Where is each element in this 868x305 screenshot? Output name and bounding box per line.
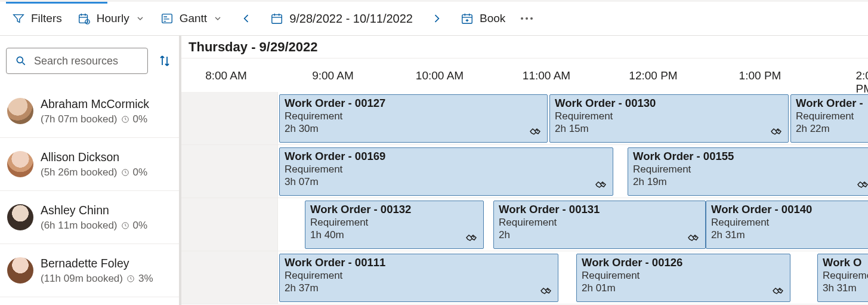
booking-duration: 2h 19m [633, 176, 868, 188]
resource-sub: (7h 07m booked) 0% [41, 113, 149, 125]
booking-requirement: Requirement [796, 110, 868, 122]
booking[interactable]: Work O Requirement 3h 31m [817, 254, 868, 302]
booking-title: Work Order - 00132 [310, 203, 478, 216]
day-header: Thursday - 9/29/2022 [181, 36, 868, 58]
resource-name: Allison Dickson [41, 150, 147, 164]
booking-requirement: Requirement [582, 270, 785, 282]
hourly-label: Hourly [97, 12, 129, 25]
filter-icon [12, 12, 25, 25]
resource-row[interactable]: Ashley Chinn (6h 11m booked) 0% [0, 191, 179, 244]
resource-sub: (5h 26m booked) 0% [41, 167, 147, 178]
filters-label: Filters [31, 12, 62, 25]
booking-duration: 2h [499, 229, 700, 241]
schedule-board[interactable]: Thursday - 9/29/2022 8:00 AM9:00 AM10:00… [181, 36, 868, 305]
booking[interactable]: Work Order - 00111 Requirement 2h 37m [279, 254, 558, 302]
time-label: 10:00 AM [416, 69, 464, 82]
booking-title: Work Order - 00130 [555, 97, 783, 110]
avatar [7, 257, 33, 284]
calendar-clock-icon [78, 12, 91, 25]
sidebar: Search resources Abraham McCormick (7h 0… [0, 36, 181, 305]
filters-button[interactable]: Filters [12, 12, 62, 25]
booking-requirement: Requirement [310, 217, 478, 229]
calendar-plus-icon [461, 12, 474, 25]
calendar-icon [270, 12, 283, 25]
lane[interactable]: Work Order - 00111 Requirement 2h 37m Wo… [181, 251, 868, 304]
lane[interactable]: Work Order - 00132 Requirement 1h 40m Wo… [181, 198, 868, 251]
time-header: 8:00 AM9:00 AM10:00 AM11:00 AM12:00 PM1:… [181, 58, 868, 92]
booking[interactable]: Work Order - 00127 Requirement 2h 30m [279, 94, 548, 143]
avatar [7, 204, 33, 230]
book-label: Book [480, 12, 505, 25]
handshake-icon [687, 230, 702, 245]
booking[interactable]: Work Order - 00169 Requirement 3h 07m [279, 147, 613, 196]
date-range-button[interactable]: 9/28/2022 - 10/11/2022 [270, 12, 413, 26]
booking-duration: 2h 22m [796, 123, 868, 135]
booking-title: Work Order - 00169 [285, 150, 608, 163]
booking-title: Work Order - 00126 [582, 256, 785, 269]
booking[interactable]: Work Order - 00155 Requirement 2h 19m [628, 147, 868, 196]
svg-point-5 [17, 57, 23, 63]
booking-requirement: Requirement [633, 164, 868, 175]
time-label: 11:00 AM [523, 69, 570, 82]
booking-requirement: Requirement [285, 164, 608, 175]
booking-duration: 3h 07m [285, 176, 608, 188]
resource-list: Abraham McCormick (7h 07m booked) 0% All… [0, 85, 179, 297]
resource-name: Bernadette Foley [41, 257, 153, 270]
resource-row[interactable]: Bernadette Foley (11h 09m booked) 3% [0, 244, 179, 297]
svg-rect-0 [79, 15, 87, 23]
date-range-label: 9/28/2022 - 10/11/2022 [289, 12, 413, 26]
time-label: 8:00 AM [205, 69, 247, 82]
svg-rect-2 [162, 14, 172, 23]
time-label: 1:00 PM [739, 69, 781, 82]
sort-button[interactable] [156, 53, 173, 69]
booking-title: Work O [823, 256, 868, 269]
handshake-icon [465, 230, 480, 245]
booking-requirement: Requirement [285, 270, 553, 282]
search-row: Search resources [0, 36, 179, 85]
next-range-button[interactable] [428, 10, 445, 27]
resource-name: Ashley Chinn [41, 204, 147, 217]
resource-row[interactable]: Allison Dickson (5h 26m booked) 0% [0, 138, 179, 191]
search-input[interactable]: Search resources [6, 48, 148, 74]
more-button[interactable] [521, 17, 533, 20]
gantt-button[interactable]: Gantt [160, 12, 223, 25]
lane[interactable]: Work Order - 00169 Requirement 3h 07m Wo… [181, 145, 868, 198]
resource-info: Abraham McCormick (7h 07m booked) 0% [41, 97, 149, 125]
hourly-button[interactable]: Hourly [78, 12, 145, 25]
lane[interactable]: Work Order - 00127 Requirement 2h 30m Wo… [181, 92, 868, 145]
app-root: Filters Hourly Gantt [0, 0, 868, 305]
resource-row[interactable]: Abraham McCormick (7h 07m booked) 0% [0, 85, 179, 138]
booking-requirement: Requirement [711, 217, 868, 229]
booking[interactable]: Work Order - 00131 Requirement 2h [493, 201, 706, 249]
lane-content: Work Order - 00111 Requirement 2h 37m Wo… [181, 251, 868, 304]
time-label: 12:00 PM [629, 69, 677, 82]
gantt-label: Gantt [180, 12, 207, 25]
booking-duration: 1h 40m [310, 229, 478, 241]
lane-content: Work Order - 00127 Requirement 2h 30m Wo… [181, 92, 868, 144]
avatar [7, 151, 33, 177]
booking[interactable]: Work Order - 00130 Requirement 2h 15m [549, 94, 789, 143]
booking-requirement: Requirement [285, 110, 542, 122]
book-button[interactable]: Book [461, 12, 505, 25]
booking-duration: 2h 31m [711, 229, 868, 241]
handshake-icon [540, 284, 554, 298]
booking-title: Work Order - 00111 [285, 256, 553, 269]
resource-sub: (11h 09m booked) 3% [41, 273, 153, 285]
time-label: 9:00 AM [312, 69, 354, 82]
resource-info: Bernadette Foley (11h 09m booked) 3% [41, 257, 153, 285]
avatar [7, 98, 33, 124]
booking-title: Work Order - 00131 [499, 203, 700, 216]
prev-range-button[interactable] [238, 10, 255, 27]
booking[interactable]: Work Order - 00132 Requirement 1h 40m [305, 201, 484, 249]
body: Search resources Abraham McCormick (7h 0… [0, 36, 868, 305]
resource-sub: (6h 11m booked) 0% [41, 220, 147, 232]
booking-title: Work Order - [796, 97, 868, 110]
booking[interactable]: Work Order - 00126 Requirement 2h 01m [576, 254, 790, 302]
handshake-icon [770, 124, 784, 138]
booking-title: Work Order - 00127 [285, 97, 542, 110]
lane-content: Work Order - 00169 Requirement 3h 07m Wo… [181, 145, 868, 198]
booking[interactable]: Work Order - 00140 Requirement 2h 31m [706, 201, 868, 249]
handshake-icon [857, 177, 868, 192]
booking[interactable]: Work Order - Requirement 2h 22m [790, 94, 868, 143]
booking-duration: 2h 37m [285, 282, 553, 294]
